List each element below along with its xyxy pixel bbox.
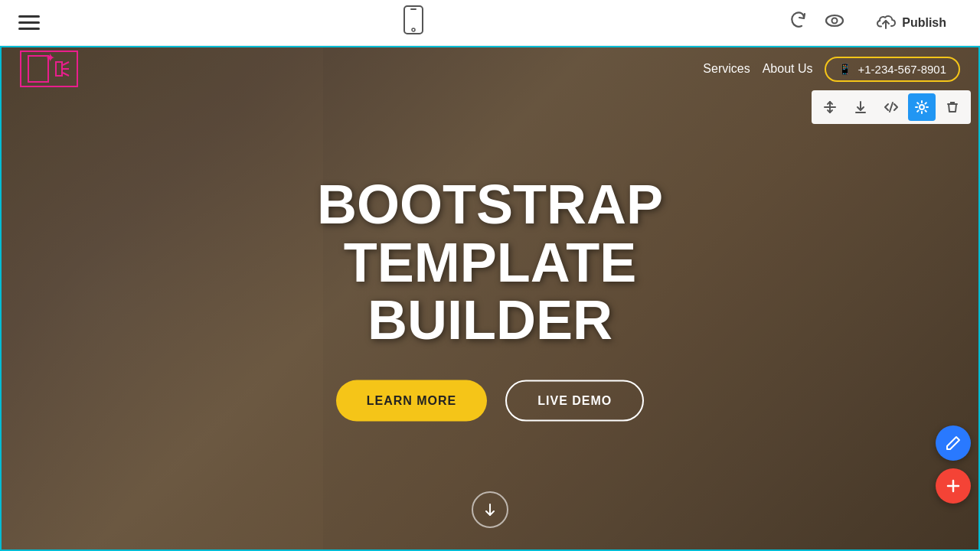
- svg-line-7: [63, 62, 69, 65]
- hero-buttons: LEARN MORE LIVE DEMO: [222, 380, 758, 421]
- logo-sun-icon: ✦: [45, 51, 55, 65]
- nav-about-us[interactable]: About Us: [763, 62, 813, 76]
- svg-point-1: [412, 28, 415, 31]
- mobile-preview-icon[interactable]: [403, 5, 424, 41]
- code-section-button[interactable]: [877, 93, 905, 121]
- svg-point-3: [826, 15, 843, 26]
- svg-point-4: [832, 18, 838, 23]
- cloud-upload-icon: [876, 12, 896, 34]
- svg-rect-0: [404, 6, 423, 34]
- logo-icon: [55, 61, 70, 77]
- hero-section: ✦ Services About Us 📱 +1-234-567-8901: [2, 47, 978, 549]
- phone-icon: 📱: [838, 63, 851, 75]
- nav-services[interactable]: Services: [703, 62, 750, 76]
- publish-label: Publish: [902, 16, 946, 30]
- site-nav: ✦ Services About Us 📱 +1-234-567-8901: [2, 47, 978, 90]
- settings-section-button[interactable]: [908, 93, 936, 121]
- move-section-button[interactable]: [816, 93, 844, 121]
- svg-rect-6: [56, 62, 62, 76]
- scroll-down-button[interactable]: [472, 491, 508, 528]
- svg-line-14: [890, 103, 893, 112]
- preview-eye-icon[interactable]: [824, 10, 845, 36]
- menu-icon[interactable]: [18, 15, 40, 30]
- hero-text-block: BOOTSTRAP TEMPLATE BUILDER LEARN MORE LI…: [222, 176, 758, 422]
- toolbar-center: [403, 5, 424, 41]
- main-canvas: ✦ Services About Us 📱 +1-234-567-8901: [0, 46, 980, 551]
- edit-float-button[interactable]: [936, 425, 971, 461]
- floating-action-buttons: [936, 425, 978, 504]
- publish-button[interactable]: Publish: [861, 5, 962, 41]
- live-demo-button[interactable]: LIVE DEMO: [505, 380, 644, 421]
- delete-section-button[interactable]: [939, 93, 966, 121]
- phone-button[interactable]: 📱 +1-234-567-8901: [825, 57, 960, 82]
- download-section-button[interactable]: [847, 93, 874, 121]
- top-toolbar: Publish: [0, 0, 980, 46]
- undo-icon[interactable]: [787, 10, 808, 36]
- hero-title-line1: BOOTSTRAP: [222, 176, 758, 234]
- svg-line-9: [63, 73, 69, 76]
- logo-box: ✦: [28, 55, 49, 83]
- hero-title: BOOTSTRAP TEMPLATE BUILDER: [222, 176, 758, 350]
- toolbar-left: [18, 15, 40, 30]
- learn-more-button[interactable]: LEARN MORE: [336, 380, 488, 421]
- phone-number: +1-234-567-8901: [858, 63, 946, 76]
- site-nav-links: Services About Us 📱 +1-234-567-8901: [703, 57, 960, 82]
- toolbar-right: Publish: [787, 5, 962, 41]
- hero-title-line2: TEMPLATE BUILDER: [222, 233, 758, 349]
- svg-point-15: [920, 105, 924, 109]
- add-float-button[interactable]: [936, 468, 971, 504]
- site-logo[interactable]: ✦: [20, 51, 78, 87]
- section-toolbar: [812, 90, 971, 124]
- canvas-frame: ✦ Services About Us 📱 +1-234-567-8901: [0, 46, 980, 551]
